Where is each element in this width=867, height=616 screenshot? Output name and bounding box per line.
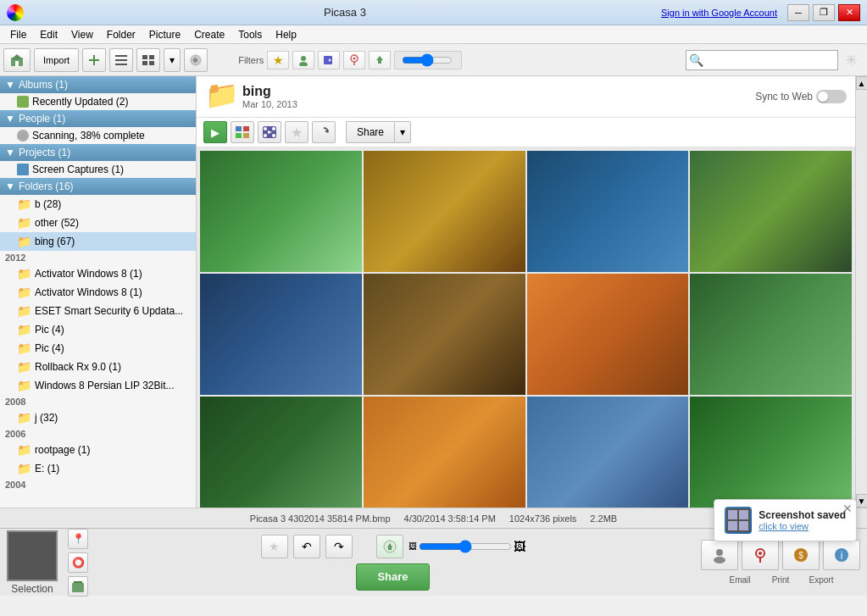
tag-tool-btn[interactable]: $: [782, 540, 820, 570]
photo-cell-11[interactable]: [690, 397, 852, 508]
svg-rect-25: [236, 133, 242, 138]
menu-picture[interactable]: Picture: [142, 27, 187, 42]
size-slider[interactable]: [419, 540, 512, 553]
photo-cell-2[interactable]: [527, 151, 689, 272]
projects-section-header[interactable]: ▼ Projects (1): [0, 144, 196, 161]
scroll-down-btn[interactable]: ▼: [856, 494, 868, 508]
bottom-right-row1: $ i: [701, 540, 860, 570]
play-button[interactable]: ▶: [203, 121, 227, 143]
album-icon: [17, 96, 29, 108]
folder-rollback[interactable]: 📁 Rollback Rx 9.0 (1): [0, 358, 196, 376]
folder-icon: 📁: [17, 341, 31, 355]
recently-updated-item[interactable]: Recently Updated (2): [0, 93, 196, 110]
location-tool-btn[interactable]: [742, 540, 779, 570]
right-scrollbar[interactable]: ▲ ▼: [855, 76, 867, 508]
grid-view-button[interactable]: [136, 48, 160, 72]
rotate-left-btn[interactable]: ↶: [293, 535, 320, 558]
filter-star[interactable]: ★: [267, 51, 289, 69]
star-button[interactable]: ★: [285, 121, 308, 143]
photo-cell-5[interactable]: [364, 274, 525, 395]
folder-windows8[interactable]: 📁 Windows 8 Persian LIP 32Bit...: [0, 376, 196, 395]
nav-location-btn[interactable]: 📍: [68, 529, 88, 549]
screenshot-notification[interactable]: Screenshot saved click to view ✕: [714, 499, 857, 541]
folder-eset[interactable]: 📁 ESET Smart Security 6 Updata...: [0, 302, 196, 320]
notif-close-button[interactable]: ✕: [842, 502, 853, 515]
photo-cell-8[interactable]: [200, 397, 362, 508]
folders-section-header[interactable]: ▼ Folders (16): [0, 178, 196, 195]
photo-cell-10[interactable]: [527, 397, 689, 508]
folder-e[interactable]: 📁 E: (1): [0, 459, 196, 478]
collage-button[interactable]: [231, 121, 254, 143]
menu-edit[interactable]: Edit: [33, 27, 64, 42]
share-main-button[interactable]: Share: [346, 121, 394, 143]
add-button[interactable]: [82, 48, 106, 72]
screen-captures-item[interactable]: Screen Captures (1): [0, 161, 196, 178]
photo-cell-4[interactable]: [200, 274, 362, 395]
menu-view[interactable]: View: [64, 27, 100, 42]
folder-icon: 📁: [17, 216, 31, 230]
folder-icon: 📁: [17, 360, 31, 374]
screen-icon: [17, 164, 29, 175]
folder-b[interactable]: 📁 b (28): [0, 195, 196, 214]
folder-header: 📁 bing Mar 10, 2013 Sync to Web: [197, 76, 855, 118]
photo-cell-3[interactable]: [690, 151, 852, 272]
filter-upload[interactable]: [369, 51, 391, 69]
share-dropdown-button[interactable]: ▾: [394, 121, 411, 143]
filter-video[interactable]: [318, 51, 340, 69]
home-button[interactable]: [3, 48, 31, 72]
upload-btn[interactable]: [376, 535, 403, 558]
main-area: ▼ Albums (1) Recently Updated (2) ▼ Peop…: [0, 76, 867, 508]
sync-to-web[interactable]: Sync to Web: [755, 90, 847, 103]
sync-toggle[interactable]: [816, 90, 847, 103]
svg-point-42: [759, 552, 762, 555]
menu-file[interactable]: File: [3, 27, 33, 42]
folder-pic1[interactable]: 📁 Pic (4): [0, 320, 196, 339]
svg-rect-6: [115, 59, 127, 61]
close-button[interactable]: ✕: [838, 4, 860, 21]
filter-slider[interactable]: [402, 53, 453, 67]
folder-rootpage[interactable]: 📁 rootpage (1): [0, 441, 196, 459]
folder-other[interactable]: 📁 other (52): [0, 214, 196, 232]
status-dimensions: 1024x736 pixels: [509, 513, 577, 524]
people-tool-btn[interactable]: [701, 540, 738, 570]
photo-cell-6[interactable]: [527, 274, 689, 395]
list-view-button[interactable]: [109, 48, 133, 72]
rotate-right-btn[interactable]: ↷: [325, 535, 353, 558]
folder-bing[interactable]: 📁 bing (67): [0, 232, 196, 251]
info-tool-btn[interactable]: i: [823, 540, 860, 570]
minimize-button[interactable]: ─: [787, 4, 809, 21]
folder-bing-label: bing (67): [35, 236, 75, 247]
import-button[interactable]: Import: [34, 48, 79, 72]
folder-j[interactable]: 📁 j (32): [0, 408, 196, 427]
photo-cell-9[interactable]: [364, 397, 525, 508]
photo-cell-0[interactable]: [200, 151, 362, 272]
menu-tools[interactable]: Tools: [231, 27, 269, 42]
dropdown-button[interactable]: ▾: [164, 48, 181, 72]
filter-people[interactable]: [292, 51, 314, 69]
menu-folder[interactable]: Folder: [100, 27, 142, 42]
restore-button[interactable]: ❐: [813, 4, 835, 21]
filter-location[interactable]: [343, 51, 365, 69]
folder-activator2[interactable]: 📁 Activator Windows 8 (1): [0, 283, 196, 302]
nav-red-btn[interactable]: ⭕: [68, 552, 88, 573]
menu-create[interactable]: Create: [187, 27, 231, 42]
export-label: Export: [803, 575, 840, 585]
menu-help[interactable]: Help: [269, 27, 303, 42]
photo-cell-1[interactable]: [364, 151, 525, 272]
folder-pic2[interactable]: 📁 Pic (4): [0, 339, 196, 358]
movie-button[interactable]: [258, 121, 281, 143]
notif-subtitle[interactable]: click to view: [759, 521, 846, 531]
share-green-button[interactable]: Share: [356, 563, 429, 591]
rotate-button[interactable]: [312, 121, 336, 143]
scroll-up-btn[interactable]: ▲: [856, 76, 868, 90]
star-rating-btn[interactable]: ★: [261, 535, 288, 558]
nav-album-btn[interactable]: [68, 576, 88, 597]
search-input[interactable]: [686, 50, 838, 70]
albums-section-header[interactable]: ▼ Albums (1): [0, 76, 196, 93]
folder-activator1[interactable]: 📁 Activator Windows 8 (1): [0, 264, 196, 283]
selected-thumbnail[interactable]: [7, 530, 58, 581]
back-button[interactable]: [184, 48, 208, 72]
photo-cell-7[interactable]: [690, 274, 852, 395]
sign-in-link[interactable]: Sign in with Google Account: [661, 8, 777, 18]
people-section-header[interactable]: ▼ People (1): [0, 110, 196, 127]
